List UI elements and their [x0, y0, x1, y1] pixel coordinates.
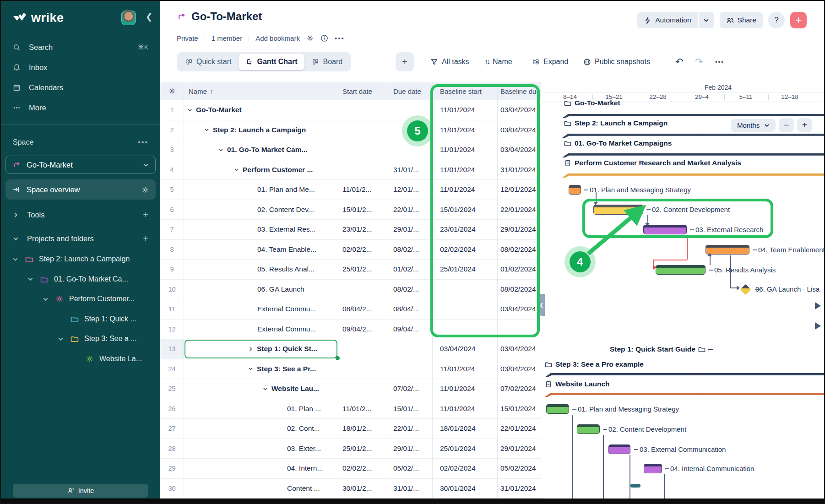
due-date-cell[interactable]: 31/01/... — [389, 479, 433, 499]
gantt-bar-label[interactable]: 03. External Communication — [634, 445, 726, 453]
baseline-due-cell[interactable]: 15/01/2024 — [498, 399, 541, 419]
table-row[interactable]: 8 04. Team Enable... 02/02/2... 08/02/..… — [160, 240, 541, 260]
due-date-cell[interactable] — [389, 100, 433, 120]
baseline-start-cell[interactable]: 11/01/2024 — [433, 180, 498, 200]
undo-button[interactable]: ↶ — [675, 52, 684, 71]
table-row[interactable]: 6 02. Content Dev... 15/01/2... 22/01/..… — [160, 200, 541, 220]
baseline-due-cell[interactable]: 03/04/2024 — [498, 120, 541, 140]
due-date-cell[interactable]: 08/04/... — [389, 299, 433, 319]
expand-button[interactable]: Expand — [532, 52, 568, 71]
task-name-cell[interactable]: 01. Plan ... — [184, 399, 338, 419]
task-name-cell[interactable]: Content ... — [184, 479, 338, 499]
start-date-cell[interactable]: 09/04/2... — [338, 320, 389, 339]
start-date-cell[interactable]: 08/04/2... — [338, 299, 389, 319]
start-date-cell[interactable]: 15/01/2... — [338, 200, 389, 220]
baseline-due-cell[interactable]: 22/01/2024 — [498, 419, 541, 439]
gantt-task-bar[interactable] — [644, 464, 662, 473]
sidebar-item-calendars[interactable]: Calendars — [1, 79, 160, 96]
due-date-cell[interactable]: 12/01/... — [389, 180, 433, 200]
redo-button[interactable]: ↷ — [695, 52, 703, 71]
start-date-cell[interactable]: 02/02/2... — [338, 459, 389, 478]
column-header-due-date[interactable]: Due date — [389, 82, 433, 100]
baseline-start-cell[interactable]: 03/04/2024 — [433, 339, 498, 359]
start-date-cell[interactable]: 02/02/2... — [338, 240, 389, 260]
table-row[interactable]: 2 Step 2: Launch a Campaign 11/01/2024 0… — [160, 120, 541, 141]
due-date-cell[interactable] — [389, 359, 433, 379]
table-settings-gear-icon[interactable] — [160, 82, 184, 100]
table-row[interactable]: 27 02. Cont... 18/01/2... 22/01/... 18/0… — [160, 419, 541, 439]
due-date-cell[interactable]: 22/01/... — [389, 419, 433, 439]
task-name-cell[interactable]: Go-To-Market — [184, 100, 338, 120]
column-header-baseline-due[interactable]: Baseline due — [498, 82, 541, 100]
start-date-cell[interactable]: 25/01/2... — [338, 260, 389, 279]
due-date-cell[interactable]: 08/02/... — [389, 280, 433, 299]
more-options-button[interactable]: ••• — [715, 52, 724, 71]
baseline-due-cell[interactable]: 31/01/2024 — [498, 479, 541, 499]
share-button[interactable]: Share — [720, 12, 763, 28]
baseline-due-cell[interactable]: 01/02/2024 — [498, 260, 541, 279]
space-selector[interactable]: Go-To-Market — [5, 156, 156, 174]
start-date-cell[interactable]: 18/01/2... — [338, 419, 389, 439]
baseline-start-cell[interactable]: 25/01/2024 — [433, 260, 498, 279]
gantt-bar-label[interactable]: 02. Content Development — [646, 206, 730, 213]
sidebar-item-space-overview[interactable]: Space overview — [5, 179, 156, 200]
start-date-cell[interactable] — [338, 140, 389, 160]
gantt-task-bar[interactable] — [706, 245, 749, 255]
zoom-out-button[interactable]: − — [779, 118, 794, 132]
baseline-start-cell[interactable]: 11/01/2024 — [433, 120, 498, 140]
due-date-cell[interactable] — [389, 339, 433, 359]
offscreen-task-arrow-icon[interactable] — [815, 322, 821, 330]
sidebar-item-tools[interactable]: Tools + — [1, 206, 160, 223]
table-row[interactable]: 28 03. Exter... 25/01/2... 29/01/... 25/… — [160, 439, 541, 459]
table-row[interactable]: 24 Step 3: See a Pr... 11/01/2024 03/04/… — [160, 359, 541, 379]
gantt-task-bar[interactable] — [608, 444, 630, 454]
table-row[interactable]: 10 06. GA Launch 08/02/... 08/02/2024 — [160, 280, 541, 300]
baseline-start-cell[interactable]: 02/02/2024 — [433, 459, 498, 478]
automation-dropdown-chevron[interactable] — [699, 12, 714, 28]
start-date-cell[interactable] — [338, 160, 389, 180]
gantt-summary-label[interactable]: Go-To-Market — [564, 99, 620, 107]
due-date-cell[interactable]: 09/04/... — [389, 320, 433, 339]
start-date-cell[interactable]: 11/01/2... — [338, 180, 389, 200]
public-snapshots-button[interactable]: Public snapshots — [583, 52, 650, 71]
gear-icon[interactable] — [306, 34, 314, 42]
baseline-start-cell[interactable]: 15/01/2024 — [433, 200, 498, 220]
baseline-due-cell[interactable]: 03/04/2024 — [498, 299, 541, 319]
task-name-cell[interactable]: Step 2: Launch a Campaign — [184, 120, 338, 140]
gantt-task-bar[interactable] — [569, 185, 581, 195]
baseline-due-cell[interactable]: 03/04/2024 — [498, 100, 541, 120]
sidebar-item-inbox[interactable]: Inbox — [1, 59, 160, 76]
baseline-start-cell[interactable]: 23/01/2024 — [433, 220, 498, 239]
start-date-cell[interactable]: 30/01/2... — [338, 479, 389, 499]
gantt-summary-label[interactable]: 01. Go-To Market Campaigns — [564, 139, 672, 147]
filter-button[interactable]: All tasks — [430, 52, 469, 71]
task-name-cell[interactable]: 03. External Res... — [184, 220, 338, 239]
task-name-cell[interactable]: 03. Exter... — [184, 439, 338, 459]
baseline-start-cell[interactable] — [433, 280, 498, 299]
baseline-start-cell[interactable]: 11/01/2024 — [433, 379, 498, 399]
baseline-start-cell[interactable]: 11/01/2024 — [433, 359, 498, 379]
due-date-cell[interactable]: 07/02/... — [389, 379, 433, 399]
gantt-bar-label[interactable]: 04. Internal Communication — [665, 465, 754, 472]
task-name-cell[interactable]: 01. Go-To Market Cam... — [184, 140, 338, 160]
due-date-cell[interactable]: 08/02/... — [389, 240, 433, 260]
task-name-cell[interactable]: Step 1: Quick St... — [184, 339, 338, 359]
task-name-cell[interactable]: Website Lau... — [184, 379, 338, 399]
gantt-task-bar[interactable] — [593, 205, 643, 215]
baseline-due-cell[interactable]: 03/04/2024 — [498, 359, 541, 379]
task-name-cell[interactable]: Perform Customer ... — [184, 160, 338, 180]
baseline-start-cell[interactable]: 18/01/2024 — [433, 419, 498, 439]
due-date-cell[interactable]: 05/02/... — [389, 459, 433, 478]
zoom-in-button[interactable]: + — [797, 118, 812, 132]
baseline-due-cell[interactable]: 07/02/2024 — [498, 379, 541, 399]
gantt-task-bar[interactable] — [643, 225, 687, 234]
baseline-start-cell[interactable] — [433, 299, 498, 319]
baseline-due-cell[interactable]: 03/04/2024 — [498, 339, 541, 359]
meta-more-icon[interactable]: ••• — [335, 34, 345, 42]
header-meta-item[interactable]: 1 member — [212, 34, 243, 42]
gantt-bar-label[interactable]: 03. External Research — [690, 226, 763, 233]
gantt-summary-label[interactable]: Perform Customer Research and Market Ana… — [564, 159, 741, 167]
start-date-cell[interactable]: 23/01/2... — [338, 220, 389, 239]
start-date-cell[interactable] — [338, 120, 389, 140]
help-button[interactable]: ? — [768, 12, 785, 28]
